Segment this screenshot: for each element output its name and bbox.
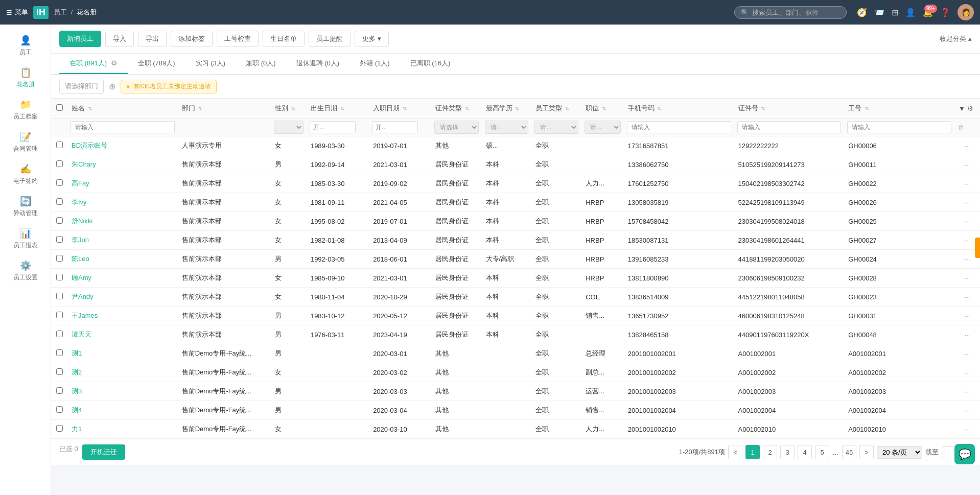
sidebar-item-roster[interactable]: 📋 花名册 <box>0 62 51 94</box>
employee-name-link[interactable]: BD演示账号 <box>72 142 107 149</box>
sort-icon[interactable]: ⇅ <box>291 106 295 111</box>
last-page-button[interactable]: 45 <box>842 445 856 459</box>
cell-row-action[interactable]: ··· <box>954 420 980 439</box>
sort-icon[interactable]: ⇅ <box>657 106 661 111</box>
page-5-button[interactable]: 5 <box>815 445 829 459</box>
add-tag-button[interactable]: 添加标签 <box>171 31 213 47</box>
row-checkbox[interactable] <box>56 406 63 413</box>
cell-row-action[interactable]: ··· <box>954 307 980 325</box>
navigate-icon[interactable]: 🧭 <box>857 8 867 17</box>
cell-row-action[interactable]: ··· <box>954 269 980 288</box>
row-checkbox[interactable] <box>56 198 63 205</box>
next-page-button[interactable]: > <box>859 445 874 459</box>
row-checkbox[interactable] <box>56 425 63 432</box>
sidebar-item-turnover[interactable]: 🔄 异动管理 <box>0 191 51 223</box>
employee-name-link[interactable]: 舒Nikki <box>72 217 92 225</box>
row-checkbox-cell[interactable] <box>51 382 67 401</box>
row-checkbox-cell[interactable] <box>51 344 67 363</box>
employee-name-link[interactable]: 测2 <box>72 368 82 376</box>
sidebar-item-settings[interactable]: ⚙️ 员工设置 <box>0 255 51 287</box>
tab-active[interactable]: 在职 (891人) ⚙ <box>59 54 128 74</box>
col-settings-icon[interactable]: ⚙ <box>967 105 973 112</box>
row-checkbox-cell[interactable] <box>51 325 67 344</box>
sort-icon[interactable]: ⇅ <box>761 106 765 111</box>
tab-return[interactable]: 退休返聘 (0人) <box>286 54 350 74</box>
row-checkbox[interactable] <box>56 179 63 186</box>
employee-name-link[interactable]: 陈Leo <box>72 255 89 263</box>
sidebar-item-esign[interactable]: ✍️ 电子签约 <box>0 158 51 191</box>
import-button[interactable]: 导入 <box>105 31 134 47</box>
sort-icon[interactable]: ⇅ <box>198 106 202 111</box>
sort-icon[interactable]: ⇅ <box>88 106 92 111</box>
user-icon[interactable]: 👤 <box>905 8 916 17</box>
filter-position-select[interactable]: 请... <box>585 121 621 134</box>
cell-row-action[interactable]: ··· <box>954 288 980 307</box>
row-checkbox-cell[interactable] <box>51 155 67 174</box>
employee-name-link[interactable]: 力1 <box>72 425 82 433</box>
collapse-category-button[interactable]: 收起分类 ▴ <box>940 34 972 43</box>
tab-all[interactable]: 全职 (789人) <box>128 54 185 74</box>
row-checkbox[interactable] <box>56 349 63 356</box>
sort-icon[interactable]: ⇅ <box>403 106 407 111</box>
employee-name-link[interactable]: 测4 <box>72 406 82 414</box>
row-checkbox[interactable] <box>56 331 63 337</box>
filter-birth-input[interactable] <box>310 121 356 133</box>
sort-icon[interactable]: ⇅ <box>865 106 869 111</box>
filter-emptype-select[interactable]: 请... <box>534 121 578 134</box>
sort-icon[interactable]: ⇅ <box>465 106 469 111</box>
filter-name-input[interactable] <box>71 121 175 133</box>
cell-row-action[interactable]: ··· <box>954 174 980 193</box>
search-input[interactable] <box>752 9 840 16</box>
cell-row-action[interactable]: ··· <box>954 136 980 155</box>
sidebar-item-archive[interactable]: 📁 员工档案 <box>0 94 51 126</box>
employee-name-link[interactable]: 谭天天 <box>72 331 91 338</box>
tab-intern[interactable]: 实习 (3人) <box>185 54 236 74</box>
work-check-button[interactable]: 工号检查 <box>217 31 259 47</box>
page-4-button[interactable]: 4 <box>798 445 812 459</box>
grid-icon[interactable]: ⊞ <box>892 8 898 17</box>
birthday-button[interactable]: 生日名单 <box>263 31 305 47</box>
employee-name-link[interactable]: 高Fay <box>72 179 89 187</box>
row-checkbox[interactable] <box>56 387 63 394</box>
filter-empno-input[interactable] <box>847 121 951 133</box>
row-checkbox[interactable] <box>56 293 63 299</box>
filter-cert-select[interactable]: 请选择 <box>434 121 478 134</box>
avatar[interactable]: 👩 <box>958 4 974 20</box>
employee-name-link[interactable]: 测3 <box>72 387 82 395</box>
sort-icon[interactable]: ⇅ <box>340 106 344 111</box>
filter-icon[interactable]: ▼ <box>959 105 965 112</box>
page-1-button[interactable]: 1 <box>745 445 760 459</box>
send-icon[interactable]: 📨 <box>874 8 884 17</box>
tab-gear-icon[interactable]: ⚙ <box>111 59 118 67</box>
add-employee-button[interactable]: 新增员工 <box>59 31 101 47</box>
help-icon[interactable]: ❓ <box>940 8 950 17</box>
employee-name-link[interactable]: 测1 <box>72 349 82 357</box>
page-3-button[interactable]: 3 <box>780 445 795 459</box>
row-checkbox[interactable] <box>56 217 63 224</box>
select-all-checkbox[interactable] <box>56 104 63 111</box>
filter-gender-select[interactable]: 男 女 <box>274 121 303 134</box>
filter-entry-input[interactable] <box>372 121 418 133</box>
filter-phone-input[interactable] <box>627 121 731 133</box>
chat-widget[interactable]: 💬 <box>954 444 975 464</box>
org-chart-icon[interactable]: ⊕ <box>109 82 115 91</box>
row-checkbox-cell[interactable] <box>51 269 67 288</box>
row-checkbox[interactable] <box>56 274 63 280</box>
prev-page-button[interactable]: < <box>728 445 742 459</box>
clear-filter-icon[interactable]: 🗑 <box>958 124 964 131</box>
row-checkbox[interactable] <box>56 236 63 243</box>
global-search[interactable]: 🔍 <box>734 6 847 19</box>
dept-select[interactable]: 请选择部门 <box>59 79 104 94</box>
sort-icon[interactable]: ⇅ <box>515 106 519 111</box>
row-checkbox[interactable] <box>56 142 63 148</box>
row-checkbox-cell[interactable] <box>51 307 67 325</box>
row-checkbox-cell[interactable] <box>51 363 67 382</box>
row-checkbox-cell[interactable] <box>51 193 67 212</box>
select-all-checkbox-cell[interactable] <box>51 99 67 119</box>
row-checkbox-cell[interactable] <box>51 401 67 420</box>
open-button[interactable]: 开机迁迁 <box>82 444 125 460</box>
row-checkbox-cell[interactable] <box>51 288 67 307</box>
sidebar-item-report[interactable]: 📊 员工报表 <box>0 223 51 255</box>
cell-row-action[interactable]: ··· <box>954 212 980 231</box>
row-checkbox-cell[interactable] <box>51 136 67 155</box>
